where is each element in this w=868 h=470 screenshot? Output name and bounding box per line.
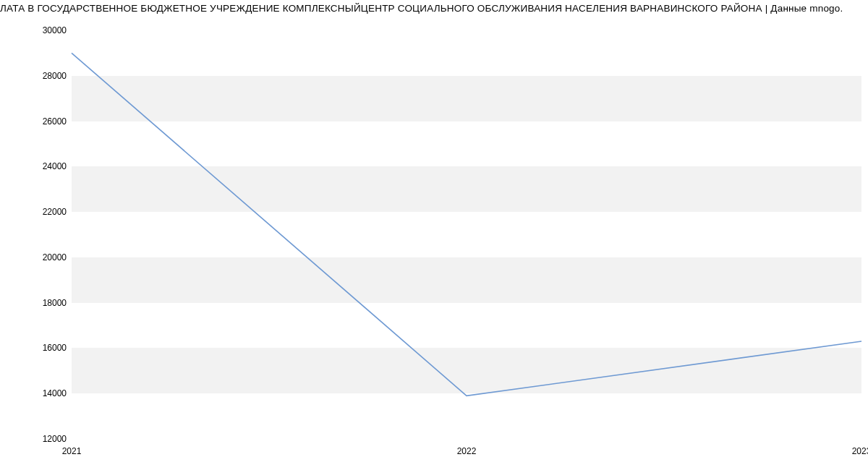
chart-title: ЛАТА В ГОСУДАРСТВЕННОЕ БЮДЖЕТНОЕ УЧРЕЖДЕ… [0, 3, 868, 14]
y-tick-label: 22000 [1, 207, 67, 217]
y-tick-label: 20000 [1, 252, 67, 262]
y-tick-label: 30000 [1, 25, 67, 35]
y-tick-label: 24000 [1, 161, 67, 171]
y-tick-label: 16000 [1, 343, 67, 353]
chart-container: ЛАТА В ГОСУДАРСТВЕННОЕ БЮДЖЕТНОЕ УЧРЕЖДЕ… [0, 0, 868, 470]
x-tick-label: 2022 [457, 446, 477, 456]
y-tick-label: 18000 [1, 298, 67, 308]
y-tick-label: 28000 [1, 71, 67, 81]
x-tick-label: 2023 [852, 446, 868, 456]
plot-area [72, 30, 861, 439]
y-tick-label: 26000 [1, 116, 67, 127]
y-tick-label: 12000 [1, 434, 67, 444]
x-tick-label: 2021 [62, 446, 82, 456]
data-line [72, 53, 861, 396]
line-chart-svg [72, 30, 861, 439]
y-tick-label: 14000 [1, 388, 67, 398]
